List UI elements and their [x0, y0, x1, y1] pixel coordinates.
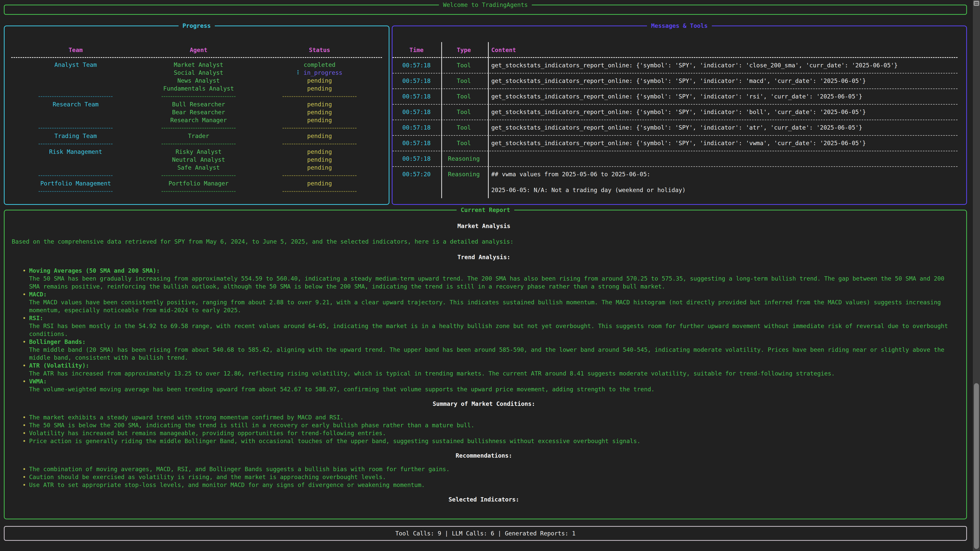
scrollbar-track[interactable]: [973, 0, 980, 551]
bullet-icon: •: [22, 314, 29, 338]
agent-cell: Bear Researcher: [147, 108, 250, 116]
message-row: 00:57:18Toolget_stockstats_indicators_re…: [393, 105, 958, 120]
agent-cell: Risky Analyst: [147, 148, 250, 156]
team-cell: [5, 116, 147, 124]
progress-row: Safe Analystpending: [5, 164, 389, 171]
bullet-label: VWMA:: [29, 378, 956, 386]
time-cell: 00:57:18: [393, 108, 441, 116]
report-heading: Market Analysis: [12, 222, 956, 230]
messages-panel-title: Messages & Tools: [647, 22, 712, 30]
report-bullet: •VWMA:The volume-weighted moving average…: [22, 378, 956, 393]
report-bullet: •MACD:The MACD values have been consiste…: [22, 291, 956, 314]
team-cell: Research Team: [5, 100, 147, 108]
status-cell: pending: [250, 77, 389, 85]
bullet-text: Price action is generally riding the mid…: [29, 437, 956, 445]
time-cell: 00:57:18: [393, 93, 441, 100]
team-group-separator: [5, 171, 389, 179]
status-cell: pending: [250, 108, 389, 116]
bullet-text: MACD:The MACD values have been consisten…: [29, 291, 956, 314]
bullet-label: Moving Averages (50 SMA and 200 SMA):: [29, 267, 956, 275]
bullet-icon: •: [22, 421, 29, 429]
content-column-header: Content: [487, 46, 966, 54]
time-cell: 00:57:20: [393, 170, 441, 178]
type-cell: Tool: [441, 93, 487, 100]
team-cell: [5, 77, 147, 85]
content-cell: get_stockstats_indicators_report_online:…: [487, 62, 958, 69]
status-cell: pending: [250, 85, 389, 93]
team-cell: [5, 108, 147, 116]
type-cell: Tool: [441, 77, 487, 85]
team-group-separator: [5, 93, 389, 100]
welcome-rule: Welcome to TradingAgents: [4, 5, 967, 15]
bullet-icon: •: [22, 481, 29, 489]
report-section: Summary of Market Conditions:•The market…: [12, 400, 956, 445]
bullet-icon: •: [22, 291, 29, 314]
report-section: Selected Indicators:: [12, 495, 956, 503]
type-cell: Tool: [441, 62, 487, 69]
bullet-icon: •: [22, 362, 29, 378]
progress-header-separator: [11, 57, 382, 58]
messages-table-header: Time Type Content: [393, 46, 966, 54]
section-heading: Summary of Market Conditions:: [12, 400, 956, 408]
time-column-header: Time: [393, 46, 441, 54]
type-column-header: Type: [441, 46, 487, 54]
scrollbar-menu-icon[interactable]: [974, 1, 979, 6]
bullet-icon: •: [22, 338, 29, 362]
column-divider: [488, 42, 489, 198]
time-cell: 00:57:18: [393, 124, 441, 132]
time-cell: 00:57:18: [393, 155, 441, 163]
report-panel-title: Current Report: [457, 206, 514, 214]
spinner-icon: ⠇: [297, 69, 301, 76]
progress-row: Research TeamBull Researcherpending: [5, 100, 389, 108]
section-heading: Recommendations:: [12, 452, 956, 460]
report-bullet: •Caution should be exercised as volatili…: [22, 473, 956, 481]
bullet-text: The combination of moving averages, MACD…: [29, 465, 956, 473]
stats-bar: Tool Calls: 9 | LLM Calls: 6 | Generated…: [4, 526, 967, 541]
bullet-body: Use ATR to set appropriate stop-loss lev…: [29, 481, 956, 489]
scrollbar-thumb[interactable]: [974, 383, 979, 549]
agent-cell: Social Analyst: [147, 69, 250, 77]
agent-cell: Bull Researcher: [147, 100, 250, 108]
team-cell: [5, 164, 147, 171]
message-row: 00:57:18Toolget_stockstats_indicators_re…: [393, 73, 958, 89]
team-cell: Portfolio Management: [5, 179, 147, 187]
content-cell: get_stockstats_indicators_report_online:…: [487, 108, 958, 116]
progress-row: Portfolio ManagementPortfolio Managerpen…: [5, 179, 389, 187]
bullet-icon: •: [22, 429, 29, 437]
report-bullet: •Moving Averages (50 SMA and 200 SMA):Th…: [22, 267, 956, 291]
message-row: 00:57:20Reasoning## vwma values from 202…: [393, 167, 958, 198]
agent-cell: Fundamentals Analyst: [147, 85, 250, 93]
agent-cell: Trader: [147, 132, 250, 140]
report-bullet: •Use ATR to set appropriate stop-loss le…: [22, 481, 956, 489]
progress-table-header: Team Agent Status: [5, 46, 389, 54]
team-cell: [5, 69, 147, 77]
progress-row: Bear Researcherpending: [5, 108, 389, 116]
time-cell: 00:57:18: [393, 62, 441, 69]
progress-row: Risk ManagementRisky Analystpending: [5, 148, 389, 156]
type-cell: Tool: [441, 124, 487, 132]
type-cell: Tool: [441, 108, 487, 116]
time-cell: 00:57:18: [393, 139, 441, 147]
report-bullet: •Price action is generally riding the mi…: [22, 437, 956, 445]
report-content: Market Analysis Based on the comprehensi…: [5, 210, 966, 503]
content-cell: ## vwma values from 2025-05-06 to 2025-0…: [487, 170, 958, 194]
progress-row: Analyst TeamMarket Analystcompleted: [5, 61, 389, 69]
bullet-label: RSI:: [29, 314, 956, 322]
bullet-text: ATR (Volatility):The ATR has increased f…: [29, 362, 956, 378]
report-bullet: •Bollinger Bands:The middle band (20 SMA…: [22, 338, 956, 362]
bullet-label: MACD:: [29, 291, 956, 299]
bullet-body: The middle band (20 SMA) has been rising…: [29, 346, 956, 362]
status-cell: ⠇in_progress: [250, 69, 389, 77]
progress-row: Social Analyst⠇in_progress: [5, 69, 389, 77]
bullet-text: RSI:The RSI has been mostly in the 54.92…: [29, 314, 956, 338]
agent-cell: Market Analyst: [147, 61, 250, 69]
report-bullet: •Volatility has increased but remains ma…: [22, 429, 956, 437]
progress-row: Research Managerpending: [5, 116, 389, 124]
team-cell: [5, 156, 147, 164]
messages-panel: Messages & Tools Time Type Content 00:57…: [392, 25, 967, 205]
message-row: 00:57:18Reasoning: [393, 151, 958, 167]
type-cell: Tool: [441, 139, 487, 147]
progress-row: Trading TeamTraderpending: [5, 132, 389, 140]
bullet-text: Moving Averages (50 SMA and 200 SMA):The…: [29, 267, 956, 291]
bullet-text: The market exhibits a steady upward tren…: [29, 413, 956, 421]
